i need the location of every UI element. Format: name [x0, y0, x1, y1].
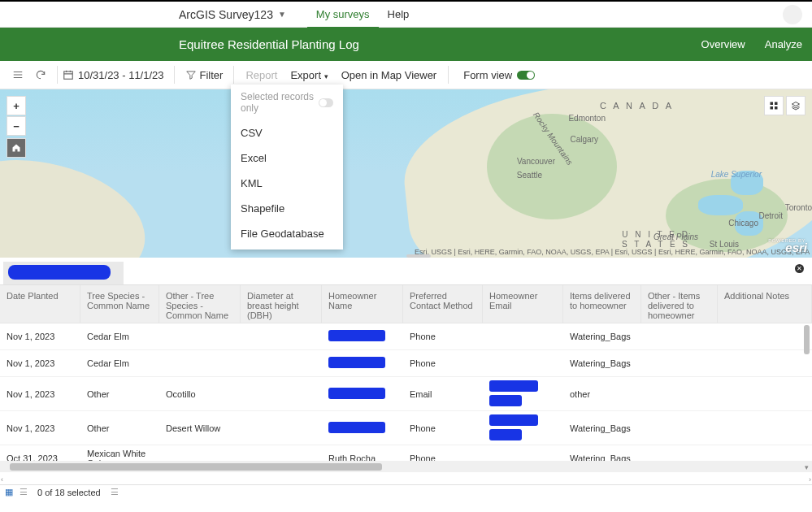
map-label-vancouver: Vancouver	[517, 157, 555, 166]
export-selected-only-toggle[interactable]	[319, 98, 333, 107]
map-view[interactable]: C A N A D A U N I T E DS T A T E S Great…	[0, 89, 812, 258]
map-label-lake-superior: Lake Superior	[711, 170, 762, 179]
map-label-calgary: Calgary	[571, 135, 598, 144]
table-row[interactable]: Nov 1, 2023Cedar ElmPhoneWatering_Bags	[0, 323, 812, 350]
options-icon[interactable]: ☰	[111, 487, 119, 497]
date-range-text: 10/31/23 - 11/1/23	[78, 69, 164, 81]
table-view-icon[interactable]: ▦	[5, 487, 13, 497]
svg-rect-3	[771, 106, 774, 110]
refresh-icon[interactable]	[29, 65, 52, 85]
table-row[interactable]: Nov 1, 2023OtherOcotilloEmailother	[0, 377, 812, 411]
col-dbh[interactable]: Diameter at breast height (DBH)	[241, 285, 322, 323]
col-homeowner-email[interactable]: Homeowner Email	[483, 285, 563, 323]
map-label-chicago: Chicago	[728, 219, 758, 228]
col-other-species[interactable]: Other - Tree Species - Common Name	[159, 285, 241, 323]
top-bar: ArcGIS Survey123 ▼ My surveys Help	[0, 0, 812, 28]
map-label-edmonton: Edmonton	[568, 114, 606, 123]
zoom-out-button[interactable]: −	[7, 116, 26, 136]
map-attribution: Esri, USGS | Esri, HERE, Garmin, FAO, NO…	[415, 248, 810, 256]
data-toolbar: 10/31/23 - 11/1/23 Filter Report Export …	[0, 61, 812, 89]
horizontal-scrollbar[interactable]: ‹ ›	[0, 461, 812, 472]
basemap-gallery-button[interactable]	[764, 96, 784, 115]
export-button[interactable]: Export ▾	[284, 69, 334, 81]
caret-down-icon: ▾	[324, 72, 328, 80]
form-view-toggle[interactable]	[517, 71, 535, 80]
report-button[interactable]: Report	[239, 69, 284, 81]
table-header-row: Date Planted Tree Species - Common Name …	[0, 285, 812, 323]
analyze-link[interactable]: Analyze	[755, 38, 812, 50]
filter-button[interactable]: Filter	[180, 65, 229, 85]
export-csv[interactable]: CSV	[231, 120, 343, 145]
table-row[interactable]: Nov 1, 2023OtherDesert WillowPhoneWateri…	[0, 411, 812, 445]
table-row[interactable]: Oct 31, 2023Mexican White OakRuth RochaP…	[0, 445, 812, 461]
map-label-canada: C A N A D A	[600, 101, 674, 111]
export-selected-only-label: Selected records only	[241, 91, 319, 114]
selection-count: 0 of 18 selected	[37, 488, 101, 497]
col-additional-notes[interactable]: Additional Notes	[718, 285, 812, 323]
col-tree-species[interactable]: Tree Species - Common Name	[80, 285, 159, 323]
status-bar: ▦ ☰ 0 of 18 selected ☰	[0, 484, 812, 499]
overview-link[interactable]: Overview	[692, 38, 755, 50]
col-date-planted[interactable]: Date Planted	[0, 285, 80, 323]
table-row[interactable]: Nov 1, 2023Cedar ElmPhoneWatering_Bags	[0, 350, 812, 377]
map-label-toronto: Toronto	[785, 203, 812, 212]
export-kml[interactable]: KML	[231, 171, 343, 196]
map-label-great-plains: Great Plains	[654, 232, 698, 241]
svg-rect-0	[64, 72, 73, 79]
tab-help[interactable]: Help	[379, 1, 419, 28]
close-panel-button[interactable]: ✕	[795, 264, 804, 273]
esri-logo: esri	[785, 241, 807, 254]
home-extent-button[interactable]	[7, 138, 26, 158]
menu-icon[interactable]	[7, 65, 29, 85]
table-tab-bar: ✕	[0, 258, 812, 285]
calendar-icon	[63, 69, 74, 80]
export-dropdown: Selected records only CSV Excel KML Shap…	[231, 85, 343, 249]
svg-rect-2	[775, 102, 778, 106]
tab-my-surveys[interactable]: My surveys	[307, 1, 379, 28]
svg-rect-4	[775, 106, 778, 110]
svg-rect-1	[771, 102, 774, 106]
survey-title: Equitree Residential Planting Log	[179, 37, 359, 51]
app-title: ArcGIS Survey123	[179, 8, 273, 21]
map-label-detroit: Detroit	[759, 211, 783, 220]
date-range-picker[interactable]: 10/31/23 - 11/1/23	[63, 69, 164, 81]
app-switch-caret-icon[interactable]: ▼	[278, 10, 286, 19]
zoom-in-button[interactable]: +	[7, 96, 26, 115]
vertical-scrollbar[interactable]	[802, 323, 811, 405]
col-other-items[interactable]: Other - Items delivered to homeowner	[641, 285, 718, 323]
redacted-layer-name	[8, 265, 111, 280]
table-body: Nov 1, 2023Cedar ElmPhoneWatering_BagsNo…	[0, 323, 812, 461]
data-table-panel: ✕ Date Planted Tree Species - Common Nam…	[0, 258, 812, 484]
layers-button[interactable]	[786, 96, 805, 115]
filter-icon	[185, 69, 197, 80]
layer-tab[interactable]	[3, 262, 124, 284]
user-avatar-icon[interactable]	[783, 5, 802, 24]
map-label-seattle: Seattle	[517, 171, 542, 180]
open-in-map-viewer-button[interactable]: Open in Map Viewer	[335, 69, 444, 81]
survey-header-bar: Equitree Residential Planting Log Overvi…	[0, 28, 812, 61]
export-fgdb[interactable]: File Geodatabase	[231, 221, 343, 246]
col-homeowner-name[interactable]: Homeowner Name	[322, 285, 403, 323]
col-items-delivered[interactable]: Items delivered to homeowner	[563, 285, 641, 323]
list-view-icon[interactable]: ☰	[20, 487, 28, 497]
export-excel[interactable]: Excel	[231, 145, 343, 171]
export-shapefile[interactable]: Shapefile	[231, 196, 343, 221]
col-contact-method[interactable]: Preferred Contact Method	[403, 285, 483, 323]
form-view-label: Form view	[463, 69, 512, 81]
